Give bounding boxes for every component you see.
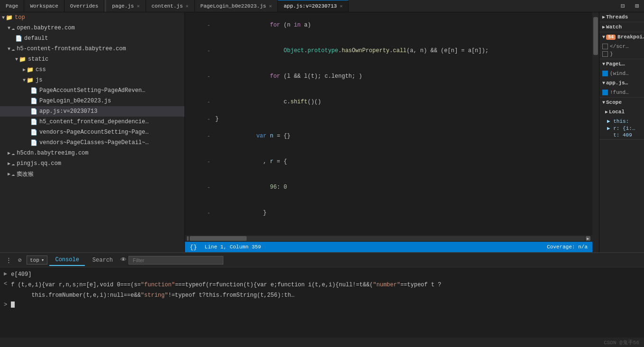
console-output: e[409] (11, 270, 31, 279)
tree-item-js[interactable]: ▼ 📁 js (0, 75, 184, 85)
tree-item-vendors2[interactable]: 📄 vendors~PageClasses~PageDetail~… (0, 137, 184, 148)
tree-item-pageaccount[interactable]: 📄 PageAccountSetting~PageAdReven… (0, 85, 184, 96)
folder-icon: 📁 (27, 77, 34, 84)
line-mark: - (204, 157, 213, 166)
prompt-icon: > (4, 301, 7, 308)
arrow-icon: ▼ (15, 57, 18, 62)
scope-section: ▼ Scope ▶ Local ▶ this: ▶ r: {i:… t: 409 (599, 98, 644, 140)
appjs-label: app.js… (606, 80, 628, 86)
tab-overrides[interactable]: Overrides (64, 0, 104, 12)
tree-item-custom[interactable]: ▶ ☁ 窦改猴 (0, 169, 184, 179)
console-dropdown[interactable]: top ▾ (27, 256, 47, 265)
tab-workspace[interactable]: Workspace (24, 0, 64, 12)
tree-item-default[interactable]: 📄 default (0, 33, 184, 44)
tree-item-open-babytree[interactable]: ▼ ☁ open.babytree.com (0, 23, 184, 33)
close-icon[interactable]: ✕ (137, 3, 139, 9)
horizontal-scrollbar[interactable]: ▶ (185, 235, 592, 242)
local-content: ▶ this: ▶ r: {i:… t: 409 (599, 117, 644, 139)
tab-search[interactable]: Search (87, 255, 119, 265)
breakpoints-number: 54 (606, 35, 616, 40)
line-mark: - (204, 72, 213, 81)
tab-console[interactable]: Console (49, 255, 84, 266)
appjs-checkbox[interactable] (602, 90, 608, 95)
console-clear-icon[interactable]: ⊘ (15, 256, 25, 265)
tab-page[interactable]: Page (0, 0, 24, 12)
tab-pagelogin[interactable]: PageLogin_b0e22023.js ✕ (195, 0, 278, 12)
tree-item-pagelogin[interactable]: 📄 PageLogin_b0e22023.js (0, 96, 184, 106)
close-icon[interactable]: ✕ (269, 3, 272, 9)
console-tab-bar: ⋮ ⊘ top ▾ Console Search 👁 (0, 253, 644, 267)
tree-item-pingjs[interactable]: ▶ ☁ pingjs.qq.com (0, 158, 184, 169)
code-editor: - for (n in a) - Object.prototype.hasOwn… (185, 12, 592, 252)
console-menu-icon[interactable]: ⋮ (4, 256, 13, 265)
line-content[interactable]: , r = { (213, 149, 592, 174)
breakpoints-header[interactable]: ▼ 54 Breakpoi… (599, 32, 644, 42)
close-icon[interactable]: ✕ (186, 3, 189, 9)
local-header[interactable]: ▶ Local (599, 107, 644, 117)
line-col-status: Line 1, Column 359 (205, 244, 261, 250)
tree-item-static[interactable]: ▼ 📁 static (0, 54, 184, 64)
console-content[interactable]: ▶ e[409] < f (t,e,i){var r,n,s;n=[e],voi… (0, 267, 644, 338)
cloud-icon: ☁ (11, 46, 15, 53)
expand-icon[interactable]: ⊞ (630, 2, 644, 10)
scope-header[interactable]: ▼ Scope (599, 98, 644, 107)
threads-section: ▶ Threads (599, 12, 644, 22)
tree-item-css[interactable]: ▶ 📁 css (0, 64, 184, 75)
close-icon[interactable]: ✕ (340, 3, 342, 9)
callstack-label: PageL… (606, 61, 625, 67)
threads-header[interactable]: ▶ Threads (599, 12, 644, 22)
breakpoints-content: </scr… } (599, 42, 644, 59)
tree-label: vendors~PageAccountSetting~Page… (39, 129, 148, 136)
tree-label: default (24, 35, 48, 42)
console-cursor-line[interactable]: > (4, 301, 640, 309)
tree-item-h5content[interactable]: ▼ ☁ h5-content-frontend.babytree.com (0, 44, 184, 54)
breakpoint-label: } (610, 51, 613, 57)
tab-contentjs[interactable]: content.js ✕ (146, 0, 195, 12)
tree-item-top[interactable]: ▼ 📁 top (0, 12, 184, 23)
line-content[interactable]: , o = { (213, 226, 592, 235)
line-content[interactable]: c.shift()() (213, 89, 592, 115)
scroll-thumb[interactable] (593, 17, 598, 55)
tree-item-h5cdn[interactable]: ▶ ☁ h5cdn.babytreeimg.com (0, 148, 184, 158)
appjs-header[interactable]: ▼ app.js… (599, 78, 644, 88)
top-tab-bar: Page Workspace Overrides page.js ✕ conte… (0, 0, 644, 12)
breakpoints-label: Breakpoi… (617, 34, 644, 40)
arrow-icon: ▶ (602, 14, 605, 20)
tree-item-vendors1[interactable]: 📄 vendors~PageAccountSetting~Page… (0, 127, 184, 137)
breakpoint-checkbox[interactable] (602, 44, 608, 49)
file-js-icon: 📄 (30, 108, 37, 115)
tab-pagejs[interactable]: page.js ✕ (106, 0, 146, 12)
tree-item-h5deps[interactable]: 📄 h5_content_frontend_dependencie… (0, 117, 184, 127)
line-content[interactable]: } (213, 200, 592, 226)
tab-appjs[interactable]: app.js:v=20230713 ✕ (278, 0, 349, 12)
callstack-section: ▼ PageL… (wind… ▼ app.js… !fund… (599, 59, 644, 98)
line-content[interactable]: } (213, 115, 592, 123)
tree-item-appjs[interactable]: 📄 app.js:v=20230713 (0, 106, 184, 117)
console-filter-input[interactable] (129, 256, 223, 265)
console-line: < f (t,e,i){var r,n,s;n=[e],void 0===(s=… (4, 280, 640, 290)
line-content[interactable]: 96: 0 (213, 174, 592, 200)
line-content[interactable]: var n = {} (213, 123, 592, 149)
code-line: - 96: 0 (185, 174, 592, 200)
code-scroll[interactable]: - for (n in a) - Object.prototype.hasOwn… (185, 12, 592, 235)
line-mark: - (204, 21, 213, 29)
vertical-scrollbar[interactable] (592, 12, 599, 252)
appjs-frame-label: !fund… (610, 90, 629, 95)
line-content[interactable]: Object.prototype.hasOwnProperty.call(a, … (213, 38, 592, 64)
callstack-header[interactable]: ▼ PageL… (599, 59, 644, 69)
watch-header[interactable]: ▶ Watch (599, 22, 644, 32)
eye-icon[interactable]: 👁 (120, 256, 127, 264)
line-content[interactable]: for (l && l(t); c.length; ) (213, 64, 592, 89)
line-content[interactable]: for (n in a) (213, 12, 592, 38)
line-mark: - (204, 46, 213, 55)
appjs-item: !fund… (602, 89, 641, 96)
cloud-icon: ☁ (11, 25, 15, 32)
cursor (11, 301, 15, 308)
breakpoint-label: </scr… (610, 44, 629, 49)
collapse-icon[interactable]: ⊟ (616, 2, 630, 10)
callstack-checkbox[interactable] (602, 71, 608, 76)
prompt-icon (4, 291, 14, 298)
breakpoint-checkbox[interactable] (602, 51, 608, 57)
line-mark: - (204, 98, 213, 106)
tree-label: h5cdn.babytreeimg.com (17, 150, 88, 156)
